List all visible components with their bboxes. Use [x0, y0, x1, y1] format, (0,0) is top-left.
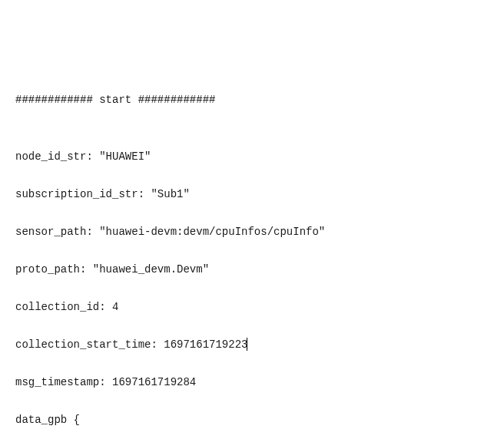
- data-gpb-open-line: data_gpb {: [15, 411, 489, 430]
- node-id-line: node_id_str: "HUAWEI": [15, 147, 489, 167]
- proto-path-line: proto_path: "huawei_devm.Devm": [15, 260, 489, 279]
- header-line: ############ start ############: [15, 91, 489, 110]
- subscription-id-line: subscription_id_str: "Sub1": [15, 185, 489, 204]
- sensor-path-line: sensor_path: "huawei-devm:devm/cpuInfos/…: [15, 223, 489, 242]
- msg-timestamp-line: msg_timestamp: 1697161719284: [15, 373, 489, 392]
- collection-id-line: collection_id: 4: [15, 298, 489, 317]
- code-block: ############ start ############ node_id_…: [15, 91, 489, 439]
- text-cursor: [247, 338, 247, 351]
- collection-start-time-line: collection_start_time: 1697161719223: [15, 335, 489, 355]
